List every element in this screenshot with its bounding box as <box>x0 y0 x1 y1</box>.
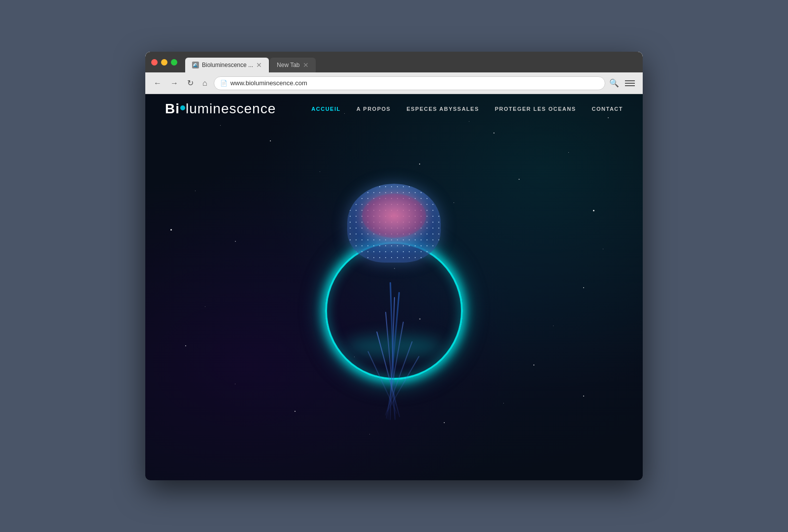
address-text: www.bioluminescence.com <box>230 79 307 87</box>
tab-close-bioluminescence[interactable]: ✕ <box>256 62 262 68</box>
site-nav: Biluminescence ACCUEIL A PROPOS ESPECES … <box>145 94 643 124</box>
reload-button[interactable]: ↻ <box>185 76 196 90</box>
title-bar: 🌊 Bioluminescence ... ✕ New Tab ✕ <box>145 52 643 72</box>
tabs-container: 🌊 Bioluminescence ... ✕ New Tab ✕ <box>185 52 637 72</box>
logo-bio: Bi <box>165 101 180 117</box>
minimize-button[interactable] <box>161 59 167 66</box>
close-button[interactable] <box>151 59 158 66</box>
traffic-lights <box>151 59 177 66</box>
site-logo: Biluminescence <box>165 101 276 117</box>
nav-link-apropos[interactable]: A PROPOS <box>357 106 391 112</box>
logo-luminescence: luminescence <box>186 101 276 117</box>
menu-button[interactable] <box>623 77 637 89</box>
jellyfish-body <box>347 184 441 263</box>
tab-close-newtab[interactable]: ✕ <box>303 62 309 68</box>
jellyfish-tentacles <box>350 282 438 420</box>
maximize-button[interactable] <box>171 59 177 66</box>
tab-label-bioluminescence: Bioluminescence ... <box>202 62 253 68</box>
browser-window: 🌊 Bioluminescence ... ✕ New Tab ✕ ← → ↻ … <box>145 52 643 480</box>
home-button[interactable]: ⌂ <box>200 77 210 90</box>
jellyfish-container <box>305 174 483 420</box>
page-icon: 📄 <box>220 80 228 87</box>
nav-link-especes[interactable]: ESPECES ABYSSALES <box>406 106 479 112</box>
menu-line-2 <box>625 83 635 84</box>
address-bar[interactable]: 📄 www.bioluminescence.com <box>214 76 605 90</box>
menu-line-1 <box>625 80 635 81</box>
tab-favicon-bioluminescence: 🌊 <box>192 62 199 68</box>
menu-line-3 <box>625 85 635 86</box>
tab-bioluminescence[interactable]: 🌊 Bioluminescence ... ✕ <box>185 58 269 72</box>
website-content: Biluminescence ACCUEIL A PROPOS ESPECES … <box>145 94 643 480</box>
nav-link-accueil[interactable]: ACCUEIL <box>311 106 340 112</box>
nav-bar: ← → ↻ ⌂ 📄 www.bioluminescence.com 🔍 <box>145 72 643 94</box>
back-button[interactable]: ← <box>151 77 164 90</box>
nav-link-proteger[interactable]: PROTEGER LES OCEANS <box>495 106 576 112</box>
site-nav-links: ACCUEIL A PROPOS ESPECES ABYSSALES PROTE… <box>311 106 623 112</box>
jellyfish-area <box>145 94 643 480</box>
search-button[interactable]: 🔍 <box>609 78 619 88</box>
tab-label-newtab: New Tab <box>277 62 299 68</box>
nav-link-contact[interactable]: CONTACT <box>592 106 623 112</box>
logo-dot <box>180 105 185 110</box>
tab-newtab[interactable]: New Tab ✕ <box>270 58 315 72</box>
forward-button[interactable]: → <box>168 77 181 90</box>
jellyfish-inner-pattern <box>362 194 426 238</box>
